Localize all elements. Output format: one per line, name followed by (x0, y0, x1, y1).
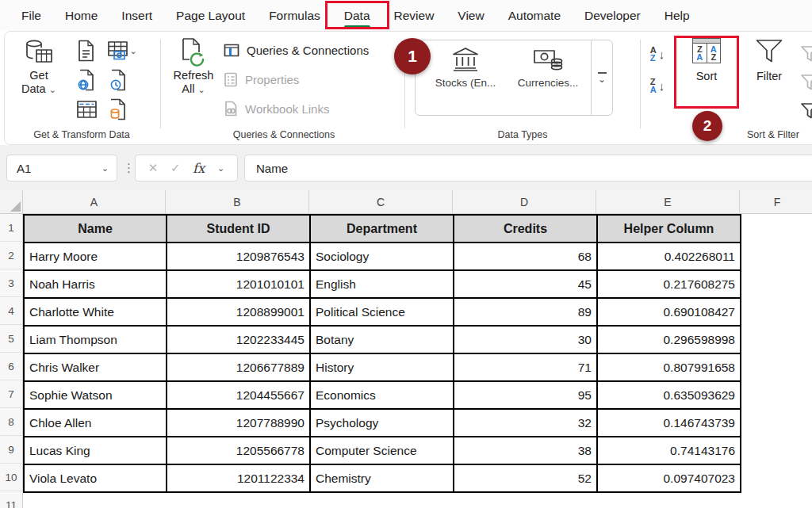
table-cell[interactable]: Political Science (310, 298, 454, 326)
formula-input[interactable]: Name (244, 155, 812, 181)
column-header-D[interactable]: D (453, 190, 596, 214)
currencies-data-type-button[interactable]: Currencies... (504, 47, 592, 89)
table-cell[interactable]: 0.217608275 (597, 270, 741, 298)
tab-formulas[interactable]: Formulas (257, 0, 332, 31)
sort-button[interactable]: ZA AZ Sort (676, 38, 737, 106)
row-header-2[interactable]: 2 (0, 242, 23, 269)
table-cell[interactable]: 52 (454, 464, 597, 492)
table-cell[interactable]: 95 (454, 381, 597, 409)
workbook-links-button[interactable]: Workbook Links (224, 101, 329, 116)
tab-automate[interactable]: Automate (496, 0, 573, 31)
row-header-8[interactable]: 8 (0, 408, 23, 436)
insert-function-button[interactable]: fx (193, 161, 205, 176)
tab-file[interactable]: File (10, 0, 53, 31)
table-cell[interactable]: 1205566778 (167, 437, 310, 464)
table-cell[interactable]: History (310, 353, 454, 381)
table-cell[interactable]: 1209876543 (167, 243, 310, 270)
reapply-filter-button[interactable] (799, 70, 812, 95)
select-all-corner[interactable] (0, 190, 23, 214)
table-cell[interactable]: 71 (454, 353, 597, 381)
table-header-cell[interactable]: Student ID (167, 215, 310, 243)
table-cell[interactable]: Chemistry (310, 464, 454, 492)
cancel-entry-button[interactable]: ✕ (148, 161, 159, 175)
tab-data[interactable]: Data (332, 0, 382, 31)
table-cell[interactable]: 0.74143176 (597, 437, 741, 464)
table-cell[interactable]: 89 (454, 298, 597, 326)
table-cell[interactable]: 0.690108427 (597, 298, 741, 326)
table-cell[interactable]: 0.296598998 (597, 326, 741, 353)
row-header-4[interactable]: 4 (0, 297, 23, 325)
table-header-cell[interactable]: Department (310, 215, 454, 243)
tab-insert[interactable]: Insert (109, 0, 164, 31)
tab-view[interactable]: View (446, 0, 496, 31)
column-header-E[interactable]: E (596, 190, 740, 214)
table-cell[interactable]: 45 (454, 270, 597, 298)
table-cell[interactable]: Sociology (310, 243, 454, 270)
row-header-5[interactable]: 5 (0, 325, 23, 353)
tab-page-layout[interactable]: Page Layout (164, 0, 257, 31)
table-cell[interactable]: 0.146743739 (597, 409, 741, 437)
clear-filter-button[interactable] (799, 41, 812, 67)
name-box[interactable]: A1 ⌄ (6, 155, 117, 181)
table-cell[interactable]: Chris Walker (24, 353, 167, 381)
recent-sources-button[interactable] (105, 67, 132, 93)
refresh-all-button[interactable]: Refresh All ⌄ (167, 37, 220, 96)
from-text-csv-button[interactable] (73, 38, 100, 63)
column-header-B[interactable]: B (166, 190, 309, 214)
table-cell[interactable]: 1206677889 (167, 353, 310, 381)
table-cell[interactable]: 1202233445 (167, 326, 310, 353)
table-cell[interactable]: Harry Moore (24, 243, 167, 270)
table-cell[interactable]: 1201122334 (167, 464, 310, 492)
table-cell[interactable]: 38 (454, 437, 597, 464)
from-web-button[interactable] (73, 67, 100, 93)
table-cell[interactable]: Noah Harris (24, 270, 167, 298)
table-cell[interactable]: 0.635093629 (597, 381, 741, 409)
from-picture-button[interactable]: ⌄ (105, 38, 140, 63)
existing-connections-button[interactable] (105, 97, 132, 122)
filter-button[interactable]: Filter (741, 38, 797, 83)
from-table-range-button[interactable] (73, 97, 100, 122)
properties-button[interactable]: Properties (224, 72, 299, 87)
row-header-7[interactable]: 7 (0, 380, 23, 408)
table-header-cell[interactable]: Helper Column (597, 215, 741, 243)
advanced-filter-button[interactable] (799, 98, 812, 124)
row-header-10[interactable]: 10 (0, 464, 23, 491)
queries-connections-button[interactable]: Queries & Connections (224, 44, 369, 57)
column-header-F[interactable]: F (740, 190, 812, 214)
table-cell[interactable]: Psychology (310, 409, 454, 437)
table-cell[interactable]: English (310, 270, 454, 298)
data-types-gallery-more-button[interactable]: ⌄ (591, 40, 612, 115)
row-header-1[interactable]: 1 (0, 214, 23, 242)
sort-ascending-button[interactable]: AZ ↓ (644, 41, 671, 67)
table-header-cell[interactable]: Credits (454, 215, 597, 243)
table-cell[interactable]: Sophie Watson (24, 381, 167, 409)
table-cell[interactable]: 68 (454, 243, 597, 270)
stocks-data-type-button[interactable]: Stocks (En... (422, 47, 509, 89)
row-header-9[interactable]: 9 (0, 436, 23, 464)
column-header-A[interactable]: A (23, 190, 166, 214)
row-header-11[interactable]: 11 (0, 491, 23, 508)
table-cell[interactable]: 1201010101 (167, 270, 310, 298)
get-data-button[interactable]: Get Data ⌄ (11, 37, 67, 96)
table-cell[interactable]: 0.097407023 (597, 464, 741, 492)
table-cell[interactable]: Liam Thompson (24, 326, 167, 353)
row-header-6[interactable]: 6 (0, 353, 23, 380)
table-cell[interactable]: 32 (454, 409, 597, 437)
row-header-3[interactable]: 3 (0, 269, 23, 297)
tab-home[interactable]: Home (53, 0, 109, 31)
table-cell[interactable]: Viola Levato (24, 464, 167, 492)
sort-descending-button[interactable]: ZA ↓ (644, 73, 671, 98)
table-cell[interactable]: 0.402268011 (597, 243, 741, 270)
table-cell[interactable]: Charlotte White (24, 298, 167, 326)
table-cell[interactable]: Economics (310, 381, 454, 409)
table-header-cell[interactable]: Name (24, 215, 167, 243)
tab-help[interactable]: Help (653, 0, 702, 31)
tab-review[interactable]: Review (382, 0, 446, 31)
confirm-entry-button[interactable]: ✓ (170, 161, 181, 175)
table-cell[interactable]: 1207788990 (167, 409, 310, 437)
tab-developer[interactable]: Developer (573, 0, 653, 31)
table-cell[interactable]: Lucas King (24, 437, 167, 464)
table-cell[interactable]: Computer Science (310, 437, 454, 464)
table-cell[interactable]: Botany (310, 326, 454, 353)
column-header-C[interactable]: C (309, 190, 453, 214)
